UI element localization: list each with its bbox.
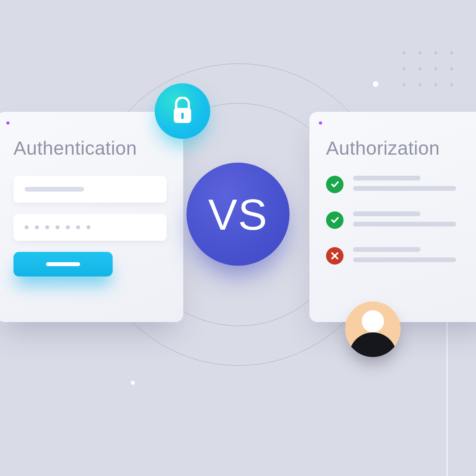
password-dot (66, 225, 70, 229)
password-dot (76, 225, 80, 229)
input-placeholder-skeleton (25, 187, 84, 192)
diagram-canvas: Authentication VS Authorization (0, 0, 476, 476)
username-field[interactable] (13, 176, 167, 203)
permission-row (326, 211, 476, 229)
permission-text-skeleton (353, 247, 476, 262)
card-accent-dot (6, 121, 10, 125)
avatar-head (362, 310, 384, 332)
authorization-title: Authorization (326, 137, 476, 159)
permission-text-skeleton (353, 211, 476, 226)
card-accent-dot (319, 121, 322, 125)
permission-row (326, 247, 476, 265)
lock-icon (155, 83, 210, 139)
authentication-card: Authentication (0, 112, 183, 322)
authorization-card: Authorization (309, 112, 476, 322)
password-dot (86, 225, 90, 229)
authentication-title: Authentication (13, 137, 167, 159)
decorative-frame-line (447, 313, 447, 476)
password-field[interactable] (13, 214, 167, 241)
x-icon (326, 247, 344, 265)
avatar-body (349, 332, 397, 357)
password-dot (25, 225, 29, 229)
permission-text-skeleton (353, 176, 476, 191)
vs-label: VS (208, 189, 268, 240)
vs-badge: VS (186, 163, 290, 266)
check-icon (326, 176, 344, 193)
password-mask-dots (25, 225, 90, 229)
password-dot (45, 225, 49, 229)
password-dot (35, 225, 39, 229)
decorative-dot (131, 381, 135, 385)
login-button[interactable] (13, 252, 113, 276)
permissions-list (326, 176, 476, 265)
password-dot (56, 225, 60, 229)
avatar-icon (345, 301, 401, 357)
check-icon (326, 211, 344, 229)
permission-row (326, 176, 476, 193)
svg-rect-1 (181, 113, 184, 119)
decorative-dot-grid (403, 52, 454, 87)
decorative-dot (373, 81, 378, 87)
button-label-skeleton (46, 262, 80, 266)
